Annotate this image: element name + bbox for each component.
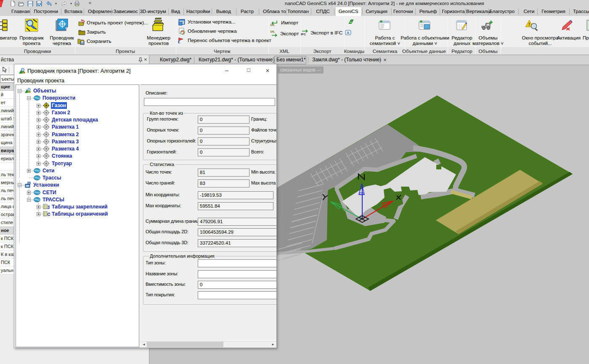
svg-text:XML: XML xyxy=(270,31,275,34)
svg-text:A: A xyxy=(347,31,350,35)
svg-text:3: 3 xyxy=(48,205,50,210)
svg-text:XML: XML xyxy=(270,24,275,26)
svg-text:IFC: IFC xyxy=(301,32,306,36)
svg-text:O: O xyxy=(48,212,50,217)
svg-text:!: ! xyxy=(528,22,530,27)
